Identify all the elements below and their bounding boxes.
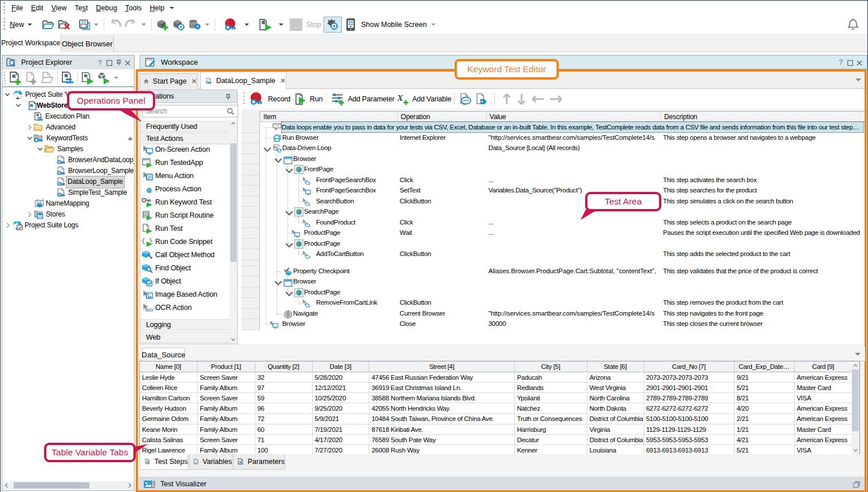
svg-text:OCR: OCR	[145, 308, 153, 313]
svg-text:X: X	[397, 93, 404, 103]
